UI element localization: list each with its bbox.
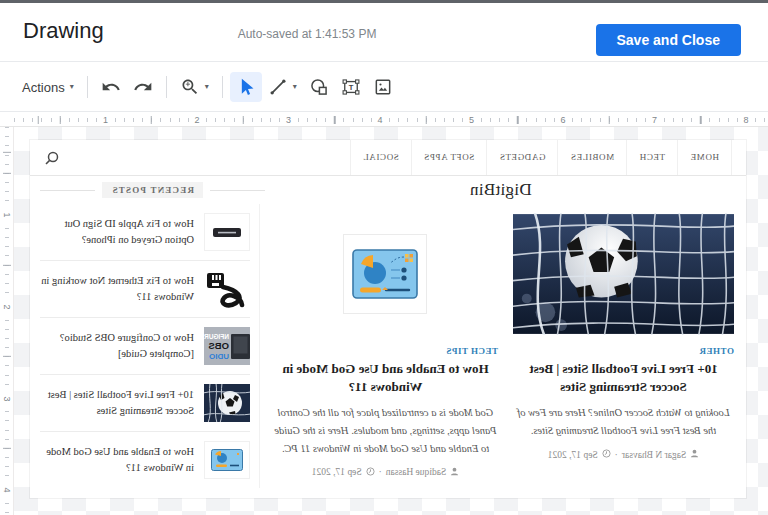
site-nav-home: HOME [677,140,732,175]
undo-icon [101,77,121,97]
zoom-in-icon [180,77,200,97]
meta-separator: · [615,450,618,460]
actions-menu-button[interactable]: Actions ▾ [16,75,80,100]
ruler-label: 2 [191,114,202,126]
recent-posts-title: RECENT POSTS [102,182,203,198]
meta-separator: · [379,467,382,477]
post-thumb-obs-studio: NFIGUREOBSUDIO [204,327,250,365]
ruler-half-ticks [3,127,11,515]
recent-post-item: How to Fix Ethernet Not working in Windo… [40,261,250,318]
insert-image-button[interactable] [367,72,399,102]
redo-button[interactable] [127,72,159,102]
svg-text:OBS: OBS [208,340,229,351]
site-nav-gadgets: GADGETS [486,140,557,175]
clock-icon [602,449,611,460]
autosave-status: Auto-saved at 1:41:53 PM [238,27,377,41]
article-date: Sep 17, 2021 [548,450,598,460]
text-box-tool-button[interactable]: T [335,72,367,102]
post-thumb-ethernet [204,270,250,308]
ruler-label: 2 [1,300,13,314]
ruler-label: 4 [374,114,385,126]
vertical-ruler: 1 2 3 4 [0,127,14,515]
actions-menu-label: Actions [22,80,65,95]
control-panel-illustration [353,249,419,299]
soccer-photo [513,213,734,335]
page-title: Drawing [23,18,104,44]
article-category: TECH TIPS [273,346,498,356]
select-tool-button[interactable] [230,72,262,102]
clock-icon [366,467,375,478]
zoom-button[interactable]: ▾ [174,72,215,102]
recent-post-item: 10+ Free Live Football Sites | Best Socc… [40,375,250,432]
recent-post-title: How to Fix Apple ID Sign Out Option Grey… [40,216,194,249]
article-excerpt: God Mode is a centralized place for all … [273,404,498,458]
site-nav-links: HOME TECH MOBILES GADGETS SOFT APPS SOCI… [350,140,732,175]
recent-post-item: How to Enable and Use God Mode in Window… [40,432,250,488]
site-logo-wrap: DigitBin [265,180,736,200]
image-icon [373,77,393,97]
article-title: How to Enable and Use God Mode in Window… [273,360,498,396]
line-icon [268,77,288,97]
ruler-label: 3 [1,392,13,406]
recent-post-title: 10+ Free Live Football Sites | Best Socc… [40,387,194,420]
author-icon [450,467,459,478]
recent-posts-sidebar: How to Fix Apple ID Sign Out Option Grey… [40,204,260,488]
post-thumb-football [204,384,250,422]
drawing-toolbar: Actions ▾ ▾ ▾ T [0,63,768,112]
article-god-mode: TECH TIPS How to Enable and Use God Mode… [260,204,511,488]
horizontal-ruler: 1 2 3 4 5 6 7 8 [14,113,768,127]
inserted-image-digitbin-screenshot-mirrored[interactable]: HOME TECH MOBILES GADGETS SOFT APPS SOCI… [30,140,746,498]
undo-button[interactable] [95,72,127,102]
ruler-label: 4 [1,483,13,497]
article-excerpt: Looking to Watch Soccer Online? Here are… [513,404,734,440]
article-author: Sagar N Bhavsar [622,450,686,460]
toolbar-divider [166,76,167,98]
article-title: 10+ Free Live Football Sites | Best Socc… [513,360,734,396]
article-author: Sadique Hassan [386,467,446,477]
site-nav-bar: HOME TECH MOBILES GADGETS SOFT APPS SOCI… [30,140,746,176]
save-and-close-button[interactable]: Save and Close [596,24,742,56]
drawing-canvas[interactable]: HOME TECH MOBILES GADGETS SOFT APPS SOCI… [14,127,768,515]
site-body: OTHER 10+ Free Live Football Sites | Bes… [30,204,746,488]
svg-text:T: T [348,83,353,92]
post-thumb-apple-id [204,213,250,251]
chevron-down-icon: ▾ [205,83,209,91]
site-nav-social: SOCIAL [350,140,411,175]
recent-post-title: How to Configure OBS Studio? [Complete G… [40,330,194,363]
site-logo: DigitBin [470,180,532,199]
shape-icon [309,77,329,97]
redo-icon [133,77,153,97]
ruler-label: 3 [283,114,294,126]
toolbar-divider [87,76,88,98]
article-football-image [513,204,734,344]
drawing-dialog: Drawing Auto-saved at 1:41:53 PM Save an… [0,0,768,515]
post-thumb-god-mode [204,441,250,479]
dialog-header: Drawing Auto-saved at 1:41:53 PM Save an… [0,3,768,62]
toolbar-divider [222,76,223,98]
shape-tool-button[interactable] [303,72,335,102]
text-box-icon: T [341,77,361,97]
recent-post-title: How to Fix Ethernet Not working in Windo… [40,273,194,306]
ruler-label: 8 [740,114,751,126]
site-nav-tech: TECH [626,140,677,175]
ruler-label: 6 [557,114,568,126]
article-meta: Sagar N Bhavsar · Sep 17, 2021 [513,449,734,460]
select-cursor-icon [236,77,256,97]
svg-text:NFIGURE: NFIGURE [204,333,229,340]
line-tool-button[interactable]: ▾ [262,72,303,102]
article-meta: Sadique Hassan · Sep 17, 2021 [273,467,498,478]
ruler-label: 5 [466,114,477,126]
chevron-down-icon: ▾ [293,83,297,91]
site-nav-mobiles: MOBILES [557,140,626,175]
author-icon [690,449,699,460]
ruler-label: 1 [1,208,13,222]
recent-posts-heading: RECENT POSTS [40,182,265,198]
article-football: OTHER 10+ Free Live Football Sites | Bes… [511,204,736,488]
article-god-mode-image [273,204,498,344]
ruler-label: 7 [649,114,660,126]
god-mode-card [344,234,428,314]
ruler-corner [0,113,14,127]
site-masthead: DigitBin RECENT POSTS [30,176,746,204]
article-date: Sep 17, 2021 [312,467,362,477]
svg-text:UDIO: UDIO [209,352,229,361]
